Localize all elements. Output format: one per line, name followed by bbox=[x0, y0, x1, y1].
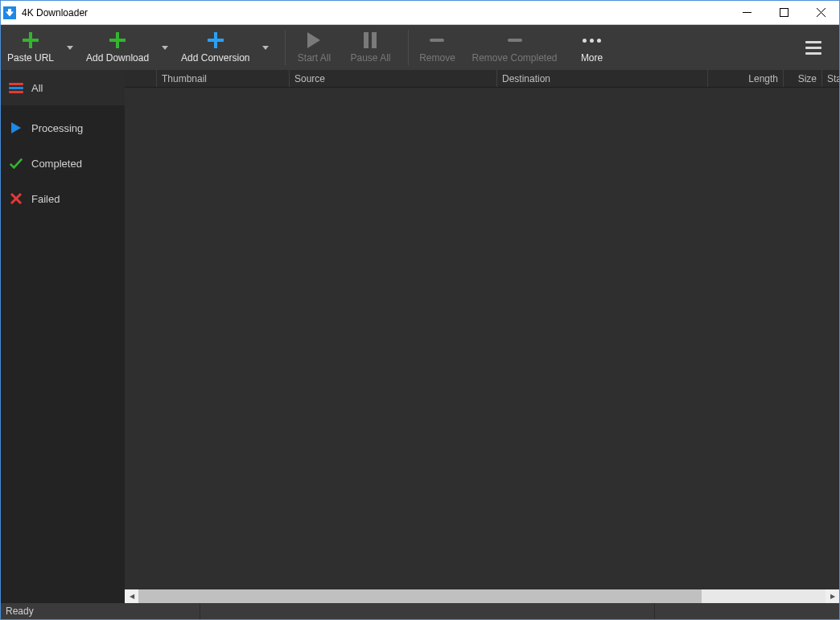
chevron-down-icon bbox=[162, 46, 168, 50]
chevron-down-icon bbox=[262, 46, 269, 50]
sidebar-label: Processing bbox=[31, 122, 83, 134]
col-header-destination[interactable]: Destination bbox=[497, 70, 708, 87]
sidebar: All Processing Completed Failed bbox=[1, 70, 125, 603]
x-icon bbox=[9, 191, 23, 206]
maximize-button[interactable] bbox=[765, 1, 802, 25]
close-button[interactable] bbox=[802, 1, 839, 25]
status-text: Ready bbox=[6, 606, 34, 617]
add-download-dropdown[interactable] bbox=[155, 25, 175, 70]
body: All Processing Completed Failed bbox=[1, 70, 839, 603]
paste-url-button[interactable]: Paste URL bbox=[1, 25, 60, 70]
horizontal-scrollbar[interactable]: ◀ ▶ bbox=[125, 589, 839, 603]
dots-icon bbox=[583, 31, 601, 49]
app-icon bbox=[1, 6, 19, 19]
paste-url-dropdown[interactable] bbox=[60, 25, 80, 70]
scroll-track[interactable] bbox=[138, 589, 826, 603]
start-all-label: Start All bbox=[298, 52, 331, 64]
more-button[interactable]: More bbox=[564, 25, 620, 70]
titlebar: 4K Downloader bbox=[1, 1, 839, 25]
add-conversion-dropdown[interactable] bbox=[256, 25, 275, 70]
col-header-status[interactable]: Status bbox=[822, 70, 839, 87]
start-all-button[interactable]: Start All bbox=[286, 25, 342, 70]
minimize-button[interactable] bbox=[728, 1, 765, 25]
app-window: 4K Downloader Paste URL Add Download bbox=[0, 0, 840, 620]
remove-button[interactable]: Remove bbox=[409, 25, 465, 70]
sidebar-label: Failed bbox=[31, 193, 60, 205]
col-header-thumbnail[interactable]: Thumbnail bbox=[157, 70, 290, 87]
sidebar-item-completed[interactable]: Completed bbox=[1, 146, 125, 181]
add-download-button[interactable]: Add Download bbox=[80, 25, 155, 70]
statusbar-sep bbox=[654, 603, 655, 619]
add-conversion-label: Add Conversion bbox=[181, 52, 249, 64]
all-icon bbox=[9, 80, 23, 95]
check-icon bbox=[9, 156, 23, 170]
play-icon bbox=[307, 31, 320, 49]
minus-icon bbox=[430, 31, 444, 49]
paste-url-label: Paste URL bbox=[7, 52, 54, 64]
plus-icon bbox=[208, 31, 224, 49]
plus-icon bbox=[23, 31, 39, 49]
add-conversion-button[interactable]: Add Conversion bbox=[175, 25, 256, 70]
menu-bar-icon bbox=[805, 41, 821, 43]
svg-rect-1 bbox=[780, 9, 788, 17]
remove-label: Remove bbox=[419, 52, 455, 64]
scroll-right-icon[interactable]: ▶ bbox=[826, 589, 839, 603]
scroll-left-icon[interactable]: ◀ bbox=[125, 589, 138, 603]
toolbar: Paste URL Add Download Add Conversion St… bbox=[1, 25, 839, 70]
plus-icon bbox=[109, 31, 126, 49]
hamburger-menu-button[interactable] bbox=[799, 35, 828, 61]
chevron-down-icon bbox=[67, 46, 73, 50]
play-icon bbox=[9, 121, 23, 135]
pause-icon bbox=[364, 31, 377, 49]
sidebar-label: Completed bbox=[31, 158, 82, 170]
column-headers: Thumbnail Source Destination Length Size… bbox=[125, 70, 839, 88]
col-header-length[interactable]: Length bbox=[708, 70, 784, 87]
pause-all-button[interactable]: Pause All bbox=[342, 25, 398, 70]
scroll-thumb[interactable] bbox=[138, 589, 702, 603]
more-label: More bbox=[581, 52, 603, 64]
pause-all-label: Pause All bbox=[350, 52, 390, 64]
col-header-size[interactable]: Size bbox=[784, 70, 822, 87]
remove-completed-label: Remove Completed bbox=[471, 52, 557, 64]
add-download-label: Add Download bbox=[86, 52, 149, 64]
statusbar: Ready bbox=[1, 603, 839, 619]
menu-bar-icon bbox=[805, 52, 821, 55]
col-header-source[interactable]: Source bbox=[290, 70, 497, 87]
main-panel: Thumbnail Source Destination Length Size… bbox=[125, 70, 839, 603]
sidebar-label: All bbox=[31, 82, 43, 94]
minus-icon bbox=[508, 31, 522, 49]
sidebar-item-processing[interactable]: Processing bbox=[1, 110, 125, 146]
window-title: 4K Downloader bbox=[19, 7, 728, 18]
sidebar-item-failed[interactable]: Failed bbox=[1, 181, 125, 216]
menu-bar-icon bbox=[805, 47, 821, 49]
statusbar-sep bbox=[200, 603, 200, 619]
col-header-blank[interactable] bbox=[125, 70, 157, 87]
table-body bbox=[125, 88, 839, 589]
sidebar-item-all[interactable]: All bbox=[1, 70, 125, 105]
remove-completed-button[interactable]: Remove Completed bbox=[465, 25, 563, 70]
